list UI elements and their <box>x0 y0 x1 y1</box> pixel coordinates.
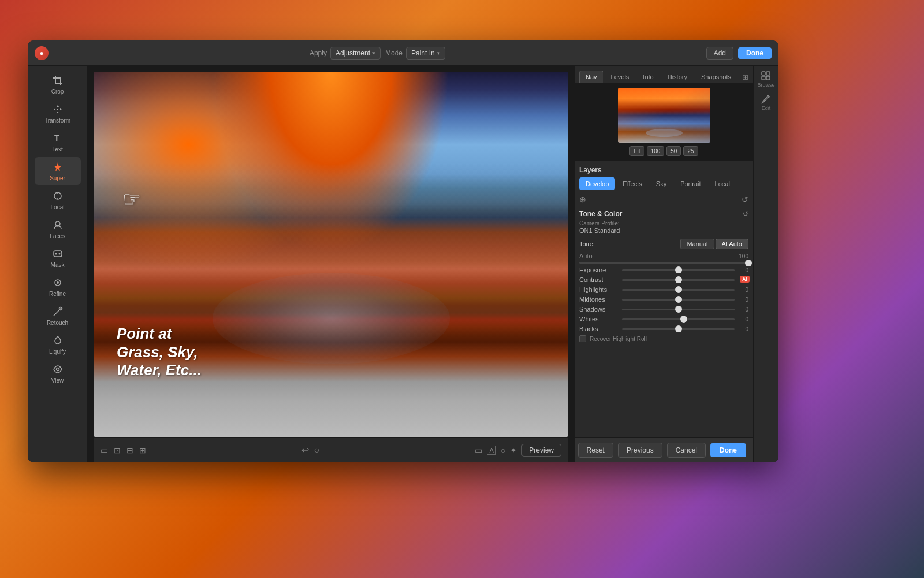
tool-crop[interactable]: Crop <box>35 71 81 98</box>
toolbar-mode-group: Mode Paint In ▾ <box>385 47 445 60</box>
ai-auto-button[interactable]: AI Auto <box>716 239 748 249</box>
undo-icon[interactable]: ↩ <box>301 444 309 455</box>
text-icon: T <box>51 132 64 144</box>
tool-refine[interactable]: Refine <box>35 273 81 301</box>
undo-layer-icon[interactable]: ↺ <box>742 195 748 204</box>
camera-profile-label: Camera Profile: <box>579 220 748 227</box>
view-label: View <box>51 377 64 384</box>
layer-tab-effects[interactable]: Effects <box>616 177 648 190</box>
exposure-slider[interactable] <box>622 269 735 271</box>
cancel-button[interactable]: Cancel <box>667 443 706 458</box>
tool-local[interactable]: Local <box>35 186 81 214</box>
svg-rect-17 <box>762 72 765 75</box>
far-right-panel: Browse Edit <box>753 66 778 462</box>
add-button[interactable]: Add <box>706 47 733 60</box>
zoom-fit-button[interactable]: Fit <box>629 146 644 156</box>
browse-panel-item[interactable]: Browse <box>757 71 774 88</box>
liquify-icon <box>51 334 64 347</box>
highlights-thumb[interactable] <box>675 286 682 293</box>
exposure-label: Exposure <box>579 266 619 273</box>
section-toggle-icon: ↺ <box>743 210 748 218</box>
shadows-slider[interactable] <box>622 309 735 310</box>
layer-tab-portrait[interactable]: Portrait <box>674 177 707 190</box>
star-icon[interactable]: ✦ <box>510 446 517 455</box>
auto-slider-track[interactable] <box>579 262 748 264</box>
faces-label: Faces <box>50 233 65 239</box>
zoom-100-button[interactable]: 100 <box>647 146 665 156</box>
crop-frame-icon[interactable]: ▭ <box>475 446 482 455</box>
tab-levels[interactable]: Levels <box>605 71 636 83</box>
shadows-slider-row: Shadows 0 <box>579 306 748 313</box>
browse-icon[interactable]: ⊞ <box>742 73 748 81</box>
tool-view[interactable]: View <box>35 360 81 387</box>
tab-info[interactable]: Info <box>636 71 660 83</box>
done-button[interactable]: Done <box>710 443 746 457</box>
midtones-value: 0 <box>738 297 748 303</box>
left-sidebar: Crop Transform T <box>28 66 88 462</box>
whites-value: 0 <box>738 316 748 323</box>
ai-highlights-button[interactable]: AI <box>740 276 750 283</box>
svg-rect-2 <box>60 77 61 85</box>
svg-rect-0 <box>55 76 56 83</box>
tab-snapshots[interactable]: Snapshots <box>695 71 737 83</box>
mode-dropdown[interactable]: Paint In ▾ <box>406 47 445 60</box>
svg-point-16 <box>56 368 59 371</box>
blacks-thumb[interactable] <box>675 325 682 332</box>
tab-history[interactable]: History <box>661 71 694 83</box>
preview-button[interactable]: Preview <box>521 444 561 457</box>
tool-super[interactable]: Super <box>35 157 81 185</box>
highlights-slider[interactable] <box>622 289 735 291</box>
reset-button[interactable]: Reset <box>578 443 613 458</box>
manual-button[interactable]: Manual <box>680 239 714 249</box>
tool-liquify[interactable]: Liquify <box>35 331 81 358</box>
tool-faces[interactable]: Faces <box>35 215 81 243</box>
blacks-label: Blacks <box>579 325 619 332</box>
add-layer-icon[interactable]: ⊕ <box>579 195 586 204</box>
layer-controls: ⊕ ↺ <box>575 192 753 206</box>
edit-panel-label: Edit <box>762 105 771 111</box>
split-view-icon[interactable]: ⊟ <box>126 446 133 455</box>
whites-slider[interactable] <box>622 318 735 320</box>
tone-buttons: Manual AI Auto <box>680 239 748 249</box>
transform-icon <box>51 103 64 116</box>
auto-slider-thumb[interactable] <box>745 260 752 266</box>
previous-button[interactable]: Previous <box>618 443 662 458</box>
tab-nav[interactable]: Nav <box>579 71 603 83</box>
midtones-thumb[interactable] <box>675 296 682 303</box>
tool-text[interactable]: T Text <box>35 128 81 156</box>
layer-tab-develop[interactable]: Develop <box>579 177 615 190</box>
grid-view-icon[interactable]: ⊞ <box>139 446 146 455</box>
midtones-slider[interactable] <box>622 299 735 301</box>
toolbar-done-button[interactable]: Done <box>738 47 772 59</box>
liquify-label: Liquify <box>49 349 66 355</box>
svg-rect-18 <box>766 72 770 75</box>
adjustment-dropdown[interactable]: Adjustment ▾ <box>330 47 381 60</box>
tool-retouch[interactable]: Retouch <box>35 302 81 329</box>
whites-thumb[interactable] <box>680 316 687 323</box>
tone-color-section-header[interactable]: Tone & Color ↺ <box>579 206 748 220</box>
tool-mask[interactable]: Mask <box>35 244 81 272</box>
svg-rect-19 <box>762 76 765 80</box>
exposure-thumb[interactable] <box>675 266 682 273</box>
super-icon <box>51 161 64 173</box>
nav-tabs: Nav Levels Info History Snapshots ⊞ <box>575 66 753 83</box>
layer-tab-sky[interactable]: Sky <box>650 177 673 190</box>
compare-view-icon[interactable]: ⊡ <box>114 446 121 455</box>
single-view-icon[interactable]: ▭ <box>100 446 108 455</box>
contrast-slider[interactable] <box>622 279 735 281</box>
highlights-slider-row: Highlights 0 AI <box>579 286 748 293</box>
blacks-slider[interactable] <box>622 328 735 330</box>
text-frame-icon[interactable]: A <box>487 446 495 455</box>
circle-frame-icon[interactable]: ○ <box>501 446 505 455</box>
tool-transform[interactable]: Transform <box>35 99 81 127</box>
app-window: ● Apply Adjustment ▾ Mode Paint In ▾ Add… <box>28 40 778 462</box>
recover-checkbox[interactable] <box>579 335 586 342</box>
zoom-25-button[interactable]: 25 <box>683 146 698 156</box>
edit-panel-item[interactable]: Edit <box>761 94 772 111</box>
layer-tab-local[interactable]: Local <box>709 177 736 190</box>
overlay-instruction-text: Point at Grass, Sky, Water, Etc... <box>117 325 202 379</box>
contrast-thumb[interactable] <box>675 276 682 283</box>
shadows-thumb[interactable] <box>675 306 682 313</box>
zoom-50-button[interactable]: 50 <box>666 146 681 156</box>
canvas-bottom-tools: ▭ A ○ ✦ Preview <box>475 444 561 457</box>
